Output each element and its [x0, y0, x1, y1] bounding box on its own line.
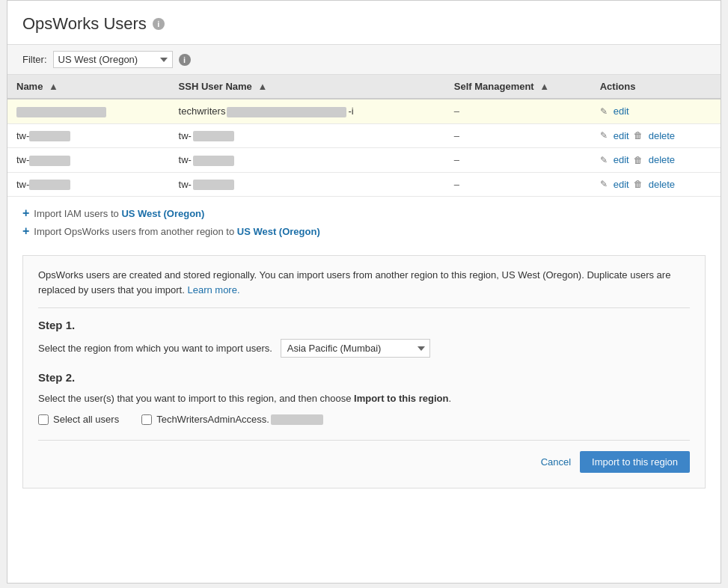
filter-bar: Filter: US West (Oregon) US East (N. Vir… [7, 45, 721, 75]
row4-ssh-cell: tw- [170, 172, 445, 197]
row2-edit-link[interactable]: edit [614, 130, 629, 141]
row1-name-redacted [16, 107, 106, 117]
row2-ssh-cell: tw- [170, 123, 445, 148]
row4-delete-link[interactable]: delete [649, 179, 675, 190]
col-header-name[interactable]: Name ▲ [7, 75, 170, 99]
user-checkbox[interactable] [141, 414, 152, 425]
row2-name-prefix: tw- [16, 130, 29, 141]
row4-selfmgmt-cell: – [445, 172, 591, 197]
row3-selfmgmt-cell: – [445, 148, 591, 173]
row4-actions-group: ✎ edit 🗑 delete [600, 179, 712, 190]
row1-ssh-prefix: techwriters [179, 105, 226, 117]
step1-title: Step 1. [38, 319, 690, 331]
import-opsworks-plus-icon: + [22, 225, 29, 237]
step1-description: Select the region from which you want to… [38, 339, 690, 358]
filter-region-select[interactable]: US West (Oregon) US East (N. Virginia) E… [53, 51, 173, 68]
row1-edit-link[interactable]: edit [614, 105, 629, 117]
import-iam-prefix: Import IAM users to [34, 208, 121, 219]
row2-name-redacted [29, 131, 70, 141]
step1-region-select[interactable]: Asia Pacific (Mumbai) US East (N. Virgin… [281, 339, 430, 358]
row3-edit-link[interactable]: edit [614, 154, 629, 165]
row1-selfmgmt-cell: – [445, 99, 591, 123]
name-sort-icon: ▲ [49, 81, 58, 92]
row2-ssh-prefix: tw- [179, 130, 192, 141]
row1-actions-cell: ✎ edit [591, 99, 721, 123]
step2-desc-bold: Import to this region [354, 393, 448, 404]
row3-selfmgmt-value: – [454, 154, 459, 165]
row3-name-cell: tw- [7, 148, 170, 173]
select-all-users-checkbox[interactable] [38, 414, 49, 425]
row4-name-prefix: tw- [16, 179, 29, 190]
row2-actions-group: ✎ edit 🗑 delete [600, 130, 712, 141]
import-links-section: + Import IAM users to US West (Oregon) +… [7, 197, 721, 248]
table-header-row: Name ▲ SSH User Name ▲ Self Management ▲… [7, 75, 721, 99]
ssh-sort-icon: ▲ [257, 81, 267, 92]
row2-delete-icon: 🗑 [634, 130, 643, 141]
import-iam-text: Import IAM users to US West (Oregon) [34, 208, 204, 219]
user-label: TechWritersAdminAccess. [156, 414, 323, 426]
row4-ssh-prefix: tw- [179, 179, 192, 190]
filter-label: Filter: [22, 54, 47, 65]
row1-ssh-cell: techwriters-i [170, 99, 445, 123]
import-panel: OpsWorks users are created and stored re… [22, 255, 706, 489]
row4-name-cell: tw- [7, 172, 170, 197]
row1-name-cell [7, 99, 170, 123]
row4-ssh-redacted [193, 180, 234, 190]
import-iam-row: + Import IAM users to US West (Oregon) [22, 207, 706, 219]
row4-name-redacted [29, 180, 70, 190]
row1-ssh-redacted [227, 107, 346, 117]
import-iam-plus-icon: + [22, 207, 29, 219]
col-header-ssh[interactable]: SSH User Name ▲ [170, 75, 445, 99]
row3-ssh-cell: tw- [170, 148, 445, 173]
title-text: OpsWorks Users [22, 14, 147, 34]
import-opsworks-prefix: Import OpsWorks users from another regio… [34, 226, 236, 237]
table-row: techwriters-i – ✎ edit [7, 99, 721, 123]
import-opsworks-region-link[interactable]: US West (Oregon) [237, 226, 320, 237]
users-table-container: Name ▲ SSH User Name ▲ Self Management ▲… [7, 75, 721, 197]
page-header: OpsWorks Users i [7, 1, 721, 45]
row2-delete-link[interactable]: delete [649, 130, 675, 141]
row2-selfmgmt-value: – [454, 130, 459, 141]
title-info-icon[interactable]: i [153, 18, 165, 30]
row4-edit-icon: ✎ [600, 179, 608, 189]
row2-selfmgmt-cell: – [445, 123, 591, 148]
row3-delete-link[interactable]: delete [649, 154, 675, 165]
step2-desc-suffix: . [448, 393, 451, 404]
learn-more-link[interactable]: Learn more. [187, 284, 239, 295]
col-header-self-mgmt[interactable]: Self Management ▲ [445, 75, 591, 99]
row2-edit-icon: ✎ [600, 130, 608, 141]
row3-ssh-redacted [193, 156, 234, 166]
row2-ssh-redacted [193, 131, 234, 141]
users-table: Name ▲ SSH User Name ▲ Self Management ▲… [7, 75, 721, 197]
cancel-button[interactable]: Cancel [541, 456, 571, 468]
col-header-actions: Actions [591, 75, 721, 99]
import-iam-region-link[interactable]: US West (Oregon) [121, 208, 204, 219]
row2-actions-cell: ✎ edit 🗑 delete [591, 123, 721, 148]
row3-actions-cell: ✎ edit 🗑 delete [591, 148, 721, 173]
table-row: tw- tw- – ✎ edit 🗑 delete [7, 148, 721, 173]
import-to-region-button[interactable]: Import to this region [580, 451, 690, 473]
checkbox-row: Select all users TechWritersAdminAccess. [38, 414, 690, 426]
row2-name-cell: tw- [7, 123, 170, 148]
import-panel-desc-text: OpsWorks users are created and stored re… [38, 269, 670, 295]
filter-info-icon[interactable]: i [179, 54, 191, 66]
step2-section: Step 2. Select the user(s) that you want… [38, 371, 690, 425]
page-title: OpsWorks Users i [22, 14, 706, 34]
import-opsworks-row: + Import OpsWorks users from another reg… [22, 225, 706, 237]
row3-actions-group: ✎ edit 🗑 delete [600, 154, 712, 165]
table-row: tw- tw- – ✎ edit 🗑 delete [7, 172, 721, 197]
row1-edit-icon: ✎ [600, 106, 608, 117]
step2-desc-prefix: Select the user(s) that you want to impo… [38, 393, 354, 404]
row4-actions-cell: ✎ edit 🗑 delete [591, 172, 721, 197]
row4-delete-icon: 🗑 [634, 179, 643, 189]
row1-actions-group: ✎ edit [600, 105, 712, 117]
select-all-users-item: Select all users [38, 414, 119, 425]
row3-name-prefix: tw- [16, 154, 29, 165]
user-checkbox-item: TechWritersAdminAccess. [141, 414, 323, 426]
row4-edit-link[interactable]: edit [614, 179, 629, 190]
row1-ssh-suffix: -i [348, 105, 353, 117]
panel-footer: Cancel Import to this region [38, 440, 690, 473]
page-container: OpsWorks Users i Filter: US West (Oregon… [7, 0, 721, 584]
import-panel-description: OpsWorks users are created and stored re… [38, 268, 690, 308]
user-label-text: TechWritersAdminAccess. [156, 414, 269, 425]
